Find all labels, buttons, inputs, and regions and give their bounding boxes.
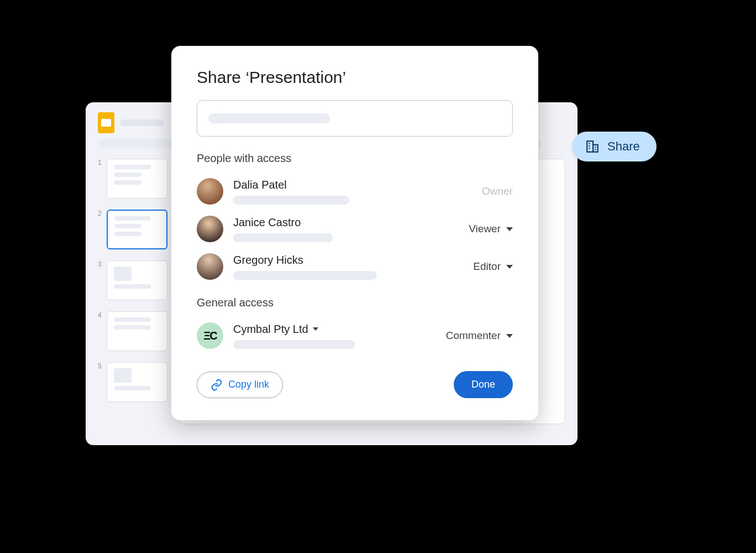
org-description-placeholder [233,340,355,349]
slides-title-placeholder [120,119,164,126]
person-name: Janice Castro [233,216,459,229]
done-button[interactable]: Done [454,371,513,398]
dialog-title: Share ‘Presentation’ [197,68,513,87]
thumb-row[interactable]: 2 [98,210,167,249]
person-row: Gregory Hicks Editor [197,248,513,285]
thumb-number: 2 [98,210,103,217]
slides-file-icon [98,112,114,133]
avatar [197,216,223,242]
person-row: Janice Castro Viewer [197,210,513,248]
person-email-placeholder [233,271,377,280]
svg-rect-1 [593,145,598,152]
share-pill-label: Share [607,139,640,154]
person-name: Dalia Patel [233,179,472,191]
building-icon [585,139,600,154]
org-badge-text: ΞC [203,330,216,342]
role-picker[interactable]: Commenter [446,330,513,342]
thumb-row[interactable]: 3 [98,260,167,300]
thumb-row[interactable]: 5 [98,362,167,402]
input-placeholder-skeleton [208,113,330,123]
thumb-number: 5 [98,362,103,370]
link-icon [211,379,223,391]
thumb-number: 1 [98,159,103,166]
share-button-pill[interactable]: Share [572,132,657,161]
slide-thumbnail[interactable] [107,311,167,351]
general-access-row: ΞC Cymbal Pty Ltd Commenter [197,317,513,354]
avatar [197,178,223,205]
chevron-down-icon [506,334,513,338]
people-with-access-label: People with access [197,152,513,165]
chevron-down-icon [313,327,318,331]
copy-link-label: Copy link [228,379,269,390]
chevron-down-icon [506,265,513,269]
role-picker-label: Editor [473,260,501,273]
role-owner-label: Owner [482,185,513,197]
slide-thumbnail[interactable] [107,260,167,300]
role-picker[interactable]: Viewer [469,223,513,235]
thumb-number: 4 [98,311,103,319]
svg-rect-0 [587,141,593,152]
copy-link-button[interactable]: Copy link [197,372,283,398]
person-name: Gregory Hicks [233,254,463,267]
slide-thumbnail-selected[interactable] [107,210,167,249]
slide-thumbnail[interactable] [107,362,167,402]
role-picker-label: Viewer [469,223,501,235]
person-row: Dalia Patel Owner [197,173,513,210]
chevron-down-icon [506,227,513,231]
general-access-label: General access [197,296,513,309]
thumb-row[interactable]: 1 [98,159,167,199]
slide-thumbnail-column: 1 2 3 4 [98,159,167,424]
slide-thumbnail[interactable] [107,159,167,199]
thumb-number: 3 [98,260,103,268]
org-avatar: ΞC [197,322,223,349]
org-name: Cymbal Pty Ltd [233,323,308,336]
role-picker-label: Commenter [446,330,501,342]
org-scope-picker[interactable]: Cymbal Pty Ltd [233,323,436,336]
add-people-input[interactable] [197,100,513,137]
role-picker[interactable]: Editor [473,260,513,273]
share-dialog: Share ‘Presentation’ People with access … [171,46,538,420]
thumb-row[interactable]: 4 [98,311,167,351]
person-email-placeholder [233,196,349,205]
avatar [197,253,223,280]
person-email-placeholder [233,233,333,242]
